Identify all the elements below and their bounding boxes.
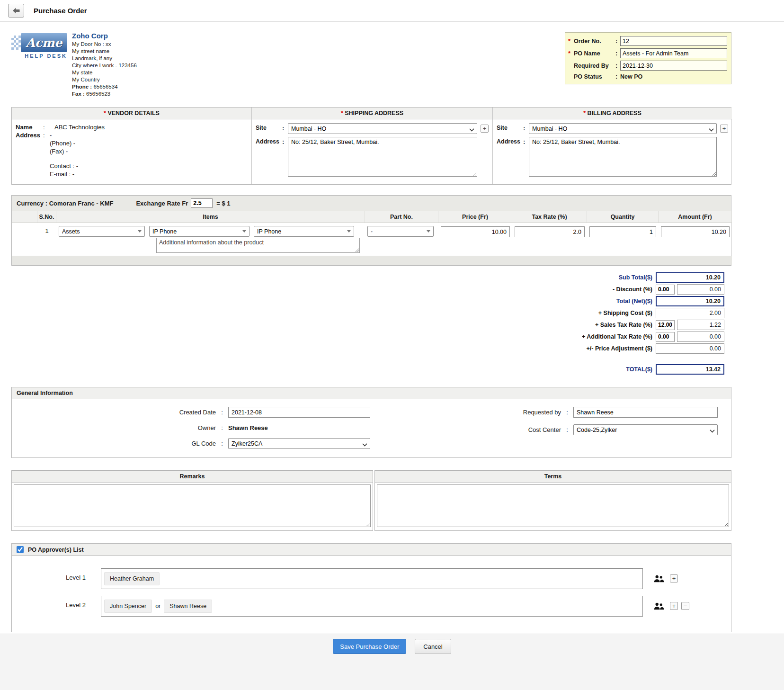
grand-total-label: TOTAL($) <box>626 366 652 373</box>
vendor-contact-line: Contact : - <box>50 162 249 170</box>
pick-users-icon[interactable] <box>653 575 664 582</box>
level1-add-button[interactable]: + <box>670 574 678 582</box>
created-date-input[interactable] <box>228 407 370 418</box>
company-address-line: My Country <box>72 76 137 83</box>
level2-add-button[interactable]: + <box>670 602 678 610</box>
colon: : <box>43 131 50 139</box>
vendor-address-value: - <box>50 131 249 139</box>
shipping-address-body: Site : Mumbai - HO + Address : No: 25/12… <box>252 119 492 184</box>
billing-add-site-button[interactable]: + <box>720 125 728 133</box>
logo-tagline: HELP DESK <box>11 53 67 59</box>
company-address-line: Landmark, if any <box>72 55 137 62</box>
remarks-terms-section: Remarks Terms <box>11 470 731 531</box>
order-no-input[interactable] <box>620 36 727 46</box>
item-product-select[interactable]: IP Phone <box>149 226 249 237</box>
level1-label: Level 1 <box>12 568 101 581</box>
item-additional-info-textarea[interactable] <box>156 238 360 253</box>
billing-address-header: * BILLING ADDRESS <box>493 108 732 119</box>
vendor-details-body: Name:ABC Technologies Address:- (Phone) … <box>12 119 251 183</box>
colon: : <box>523 137 529 145</box>
cost-center-select[interactable]: Code-25,Zylker <box>573 424 718 435</box>
general-info-right: Requested by : Cost Center : Code-25,Zyl… <box>370 407 731 449</box>
colon: : <box>216 409 228 416</box>
approvers-body: Level 1 Heather Graham + Level 2 John Sp… <box>11 556 731 632</box>
discount-rate-input[interactable] <box>656 285 675 295</box>
billing-site-label: Site <box>497 123 523 131</box>
shipping-address-textarea[interactable]: No: 25/12, Baker Street, Mumbai. <box>288 137 477 177</box>
sub-total-row: Sub Total($) 10.20 <box>11 272 731 283</box>
price-adjustment-value: 0.00 <box>656 343 724 354</box>
vendor-name-value: ABC Technologies <box>50 123 249 131</box>
po-name-input[interactable] <box>620 48 727 58</box>
item-quantity-cell <box>587 223 659 256</box>
additional-tax-rate-input[interactable] <box>656 332 675 342</box>
discount-value: 0.00 <box>677 284 724 295</box>
item-part-no-select[interactable]: - <box>367 226 434 237</box>
grand-total-value: 13.42 <box>656 364 724 375</box>
general-info-left: Created Date : Owner : Shawn Reese GL Co… <box>12 407 370 449</box>
additional-tax-value: 0.00 <box>677 332 724 342</box>
company-name: Zoho Corp <box>72 32 137 39</box>
order-no-row: * Order No. : <box>568 36 727 46</box>
company-fax: Fax : 65656523 <box>72 90 137 98</box>
level2-approvers-field[interactable]: John Spencer or Shawn Reese <box>101 596 643 617</box>
company-address-line: My state <box>72 69 137 76</box>
billing-site-select[interactable]: Mumbai - HO <box>529 123 717 134</box>
shipping-site-select[interactable]: Mumbai - HO <box>288 123 477 134</box>
item-price-input[interactable] <box>441 226 510 237</box>
terms-textarea[interactable] <box>377 484 729 527</box>
required-marker: * <box>568 50 574 57</box>
approvers-header: PO Approver(s) List <box>11 543 731 556</box>
owner-value: Shawn Reese <box>228 424 370 431</box>
level2-remove-button[interactable]: − <box>681 602 689 610</box>
additional-tax-row: + Additional Tax Rate (%) 0.00 <box>11 332 731 342</box>
vendor-details-column: * VENDOR DETAILS Name:ABC Technologies A… <box>12 108 252 184</box>
vendor-phone-line: (Phone) - <box>50 139 249 147</box>
billing-address-textarea[interactable]: No: 25/12, Baker Street, Mumbai. <box>529 137 717 177</box>
items-table-footer <box>12 256 732 265</box>
item-selects-cell: Assets IP Phone IP Phone <box>56 223 365 256</box>
column-header-quantity: Quantity <box>587 211 659 223</box>
sub-total-label: Sub Total($) <box>619 274 652 281</box>
colon: : <box>615 62 620 69</box>
item-amount-input[interactable] <box>661 226 730 237</box>
item-variant-select[interactable]: IP Phone <box>254 226 354 237</box>
general-info-header: General Information <box>11 387 731 399</box>
exchange-rate-input[interactable] <box>191 198 213 208</box>
company-address-line: My street name <box>72 48 137 55</box>
pick-users-icon[interactable] <box>653 602 664 610</box>
save-purchase-order-button[interactable]: Save Purchase Order <box>333 639 406 654</box>
phone-value: 65656534 <box>93 84 117 90</box>
page-title: Purchase Order <box>34 7 87 15</box>
colon: : <box>615 37 620 45</box>
item-category-select[interactable]: Assets <box>59 226 145 237</box>
approver-chip[interactable]: Shawn Reese <box>164 600 212 613</box>
required-by-row: Required By : <box>568 61 727 71</box>
approvers-checkbox[interactable] <box>17 546 24 553</box>
item-amount-cell <box>659 223 732 256</box>
item-tax-rate-input[interactable] <box>515 226 585 237</box>
shipping-cost-value: 2.00 <box>656 308 724 318</box>
required-by-input[interactable] <box>620 61 727 71</box>
footer-action-bar: Save Purchase Order Cancel <box>0 634 784 690</box>
cancel-button[interactable]: Cancel <box>415 639 451 654</box>
sales-tax-label: + Sales Tax Rate (%) <box>595 322 652 328</box>
colon: : <box>561 409 573 416</box>
column-header-price: Price (Fr) <box>438 211 512 223</box>
approver-chip[interactable]: Heather Graham <box>104 572 160 585</box>
approver-chip[interactable]: John Spencer <box>104 600 152 613</box>
remarks-textarea[interactable] <box>14 484 371 527</box>
back-button[interactable] <box>8 4 24 18</box>
requested-by-input[interactable] <box>573 407 718 418</box>
sales-tax-rate-input[interactable] <box>656 320 675 330</box>
item-part-no-cell: - <box>365 223 438 256</box>
address-section: * VENDOR DETAILS Name:ABC Technologies A… <box>11 107 731 185</box>
po-status-value: New PO <box>620 73 727 80</box>
level1-approvers-field[interactable]: Heather Graham <box>101 568 643 589</box>
sub-total-value: 10.20 <box>656 272 724 283</box>
shipping-add-site-button[interactable]: + <box>481 125 489 133</box>
item-quantity-input[interactable] <box>589 226 656 237</box>
gl-code-select[interactable]: Zylker25CA <box>228 438 370 449</box>
shipping-address-column: * SHIPPING ADDRESS Site : Mumbai - HO + … <box>252 108 493 184</box>
required-marker: * <box>583 110 586 116</box>
